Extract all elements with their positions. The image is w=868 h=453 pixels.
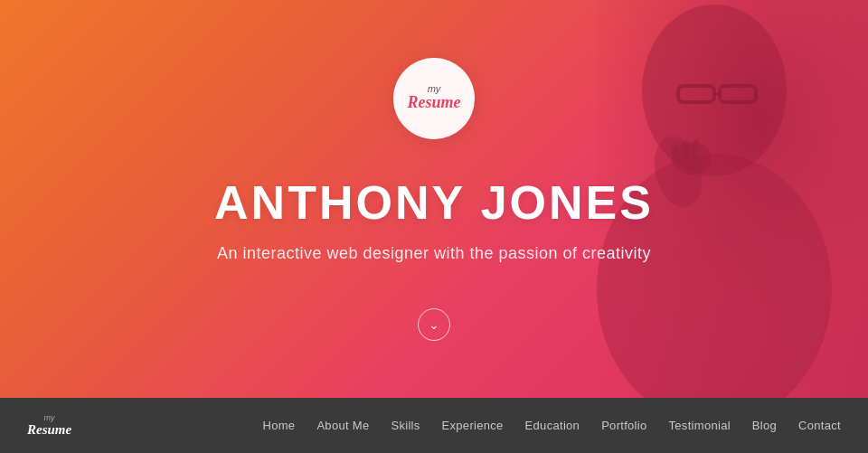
nav-link-about[interactable]: About Me: [316, 419, 369, 432]
svg-rect-7: [671, 143, 680, 162]
hero-tagline: An interactive web designer with the pas…: [217, 244, 651, 263]
nav-logo: my Resume: [27, 413, 71, 438]
svg-point-0: [642, 5, 787, 176]
nav-logo-my: my: [44, 413, 55, 422]
hero-name: ANTHONY JONES: [214, 175, 654, 230]
svg-rect-8: [682, 140, 689, 160]
svg-rect-2: [720, 86, 756, 102]
nav-link-testimonial[interactable]: Testimonial: [669, 419, 731, 432]
logo-resume-text: Resume: [407, 94, 460, 112]
nav-link-education[interactable]: Education: [525, 419, 580, 432]
nav-link-portfolio[interactable]: Portfolio: [601, 419, 646, 432]
scroll-down-button[interactable]: ⌄: [418, 308, 450, 341]
hero-section: my Resume ANTHONY JONES An interactive w…: [0, 0, 868, 398]
svg-rect-9: [691, 139, 700, 158]
nav-logo-resume: Resume: [27, 422, 71, 438]
svg-point-6: [672, 142, 712, 175]
bottom-navigation: my Resume HomeAbout MeSkillsExperienceEd…: [0, 398, 868, 453]
hero-logo: my Resume: [393, 58, 475, 139]
nav-link-skills[interactable]: Skills: [391, 419, 420, 432]
svg-rect-1: [678, 86, 714, 102]
nav-link-blog[interactable]: Blog: [752, 419, 777, 432]
nav-link-home[interactable]: Home: [262, 419, 295, 432]
nav-link-contact[interactable]: Contact: [798, 419, 841, 432]
nav-link-experience[interactable]: Experience: [442, 419, 504, 432]
nav-links: HomeAbout MeSkillsExperienceEducationPor…: [262, 419, 841, 432]
chevron-down-icon: ⌄: [429, 317, 439, 332]
svg-point-5: [646, 131, 709, 212]
